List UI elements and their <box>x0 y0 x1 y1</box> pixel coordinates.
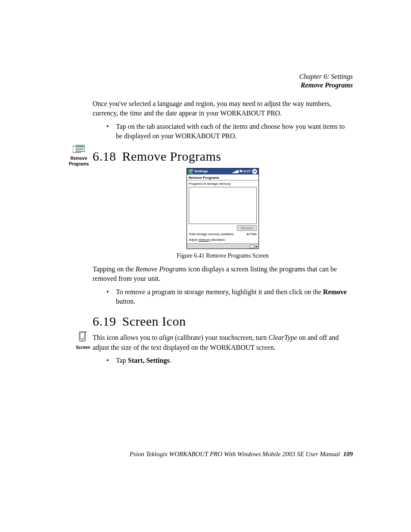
ok-button[interactable]: ok <box>252 169 257 174</box>
remove-programs-icon <box>73 145 85 154</box>
programs-label: Programs in storage memory: <box>189 182 257 187</box>
volume-icon: ◀ৎ <box>239 169 243 174</box>
svg-line-9 <box>85 331 88 333</box>
signal-icon: ▂▄▆ <box>233 169 238 174</box>
s619-bullet: Tap Start, Settings. <box>106 356 353 365</box>
figure-caption: Figure 6.41 Remove Programs Screen <box>93 252 353 260</box>
figure-6-41: Settings ▂▄▆ ◀ৎ 6:27 ok Remove Programs … <box>93 168 353 249</box>
adjust-memory-link[interactable]: Adjust memory allocation. <box>189 238 257 243</box>
page-footer: Psion Teklogix WORKABOUT PRO With Window… <box>130 450 353 459</box>
shot-tab: Remove Programs <box>187 174 258 180</box>
svg-rect-2 <box>77 146 84 147</box>
chapter-label: Chapter 6: Settings <box>299 72 353 81</box>
running-header: Chapter 6: Settings Remove Programs <box>299 72 353 90</box>
programs-listbox[interactable] <box>189 187 257 224</box>
s619-paragraph: This icon allows you to align (calibrate… <box>93 333 353 352</box>
total-label: Total storage memory available: <box>189 232 234 237</box>
start-flag-icon <box>188 169 193 174</box>
clock: 6:27 <box>244 169 251 174</box>
screenshot-remove-programs: Settings ▂▄▆ ◀ৎ 6:27 ok Remove Programs … <box>187 168 259 249</box>
s618-paragraph: Tapping on the Remove Programs icon disp… <box>93 264 353 284</box>
svg-rect-7 <box>80 333 84 339</box>
shot-titlebar: Settings ▂▄▆ ◀ৎ 6:27 ok <box>187 168 258 174</box>
page-number: 109 <box>343 451 353 457</box>
sip-bar <box>187 243 258 249</box>
keyboard-icon[interactable] <box>250 245 254 248</box>
heading-6-19: 6.19Screen Icon <box>93 312 353 330</box>
screen-icon <box>78 331 88 343</box>
margin-remove-programs: Remove Programs <box>64 145 94 167</box>
sip-up-icon[interactable] <box>255 246 258 247</box>
heading-6-18: 6.18Remove Programs <box>93 147 353 165</box>
intro-paragraph: Once you've selected a language and regi… <box>93 99 353 118</box>
remove-button[interactable]: Remove <box>237 225 257 231</box>
intro-bullet: Tap on the tab associated with each of t… <box>106 122 353 141</box>
svg-point-8 <box>82 339 83 340</box>
total-value: 44796k <box>246 232 257 237</box>
shot-title: Settings <box>194 169 208 174</box>
section-label: Remove Programs <box>299 81 353 90</box>
s618-bullet: To remove a program in storage memory, h… <box>106 287 353 307</box>
